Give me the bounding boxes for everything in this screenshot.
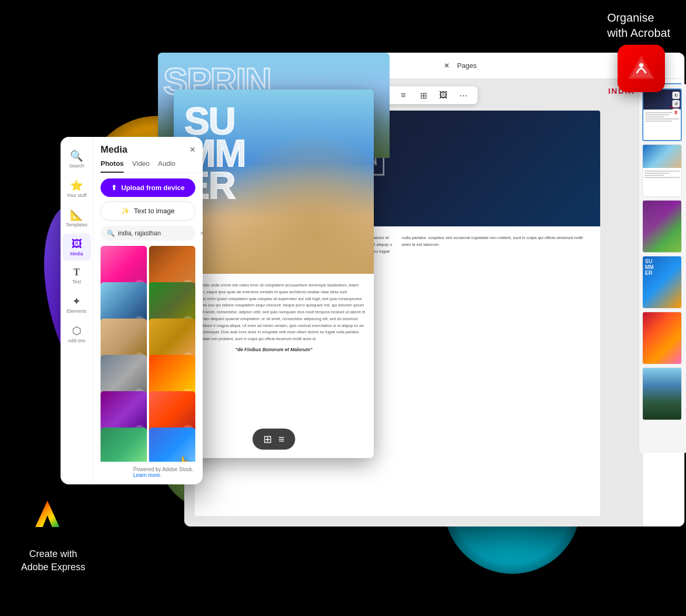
sidebar-item-templates[interactable]: 📐 Templates bbox=[63, 204, 91, 232]
thumb-rotate-ccw[interactable]: ↺ bbox=[672, 100, 680, 107]
rthumb-4[interactable]: SUMMER bbox=[642, 256, 682, 309]
sidebar-item-media[interactable]: 🖼 Media bbox=[63, 234, 91, 261]
media-header: Media × bbox=[93, 137, 203, 160]
sidebar-yourstuff-label: Your stuff bbox=[67, 193, 87, 198]
upload-icon: ⬆ bbox=[111, 184, 117, 192]
canvas-body-text: d ut perspiciatis unde omnis iste natus … bbox=[182, 282, 365, 343]
express-sidebar: 🔍 Search ⭐ Your stuff 📐 Templates 🖼 Medi… bbox=[61, 137, 93, 484]
tab-audio[interactable]: Audio bbox=[158, 160, 175, 173]
edit-more-icon[interactable]: ⋯ bbox=[458, 90, 469, 101]
sidebar-item-addons[interactable]: ⬡ Add-ons bbox=[63, 320, 91, 347]
acrobat-badge-text: Organise with Acrobat bbox=[607, 11, 670, 41]
thumb-1-actions: ↻ ↺ 🗑 bbox=[672, 92, 680, 116]
search-input[interactable] bbox=[118, 230, 197, 237]
canvas-icon-2[interactable]: ≡ bbox=[279, 433, 285, 445]
canvas-quote: "de Finibus Bonorum et Malorum" bbox=[182, 347, 365, 352]
sidebar-search-label: Search bbox=[69, 163, 84, 168]
express-badge: Create with Adobe Express bbox=[21, 489, 85, 574]
text-icon: T bbox=[73, 267, 79, 278]
powered-by-text: Powered by Adobe Stock. Learn more. bbox=[126, 462, 203, 482]
rthumb-1[interactable]: INDIA ↻ ↺ 🗑 bbox=[642, 88, 682, 141]
templates-icon: 📐 bbox=[70, 208, 83, 221]
learn-more-link[interactable]: Learn more. bbox=[133, 472, 162, 478]
adobe-express-label: Create with Adobe Express bbox=[21, 548, 85, 574]
text-to-image-icon: ✨ bbox=[121, 207, 130, 215]
canvas-area: SUMMER d ut perspiciatis unde omnis iste… bbox=[174, 90, 374, 458]
sidebar-media-label: Media bbox=[70, 251, 83, 256]
edit-format-icon[interactable]: ≡ bbox=[397, 90, 409, 101]
sidebar-item-text[interactable]: T Text bbox=[63, 263, 91, 289]
sidebar-item-elements[interactable]: ✦ Elements bbox=[63, 291, 91, 318]
thumb-delete[interactable]: 🗑 bbox=[672, 108, 680, 116]
acrobat-icon[interactable] bbox=[618, 45, 665, 92]
photo-grid: 🏵 🏵 🏵 🏵 🏵 🏵 🏵 🏵 bbox=[93, 246, 203, 462]
svg-point-0 bbox=[639, 63, 643, 67]
media-tabs: Photos Video Audio bbox=[93, 160, 203, 173]
media-title: Media bbox=[101, 144, 127, 155]
sidebar-templates-label: Templates bbox=[66, 222, 87, 227]
tab-video[interactable]: Video bbox=[132, 160, 150, 173]
photo-cell-12[interactable]: 👆 🏵 bbox=[149, 428, 195, 462]
edit-image-icon[interactable]: 🖼 bbox=[438, 90, 449, 101]
rthumb-6[interactable] bbox=[642, 367, 682, 420]
elements-icon: ✦ bbox=[72, 295, 81, 307]
rthumb-5[interactable] bbox=[642, 312, 682, 364]
right-thumb-strip: INDIA ↻ ↺ 🗑 bbox=[639, 84, 686, 453]
sidebar-text-label: Text bbox=[72, 279, 81, 284]
edit-table-icon[interactable]: ⊞ bbox=[417, 90, 429, 101]
sidebar-elements-label: Elements bbox=[67, 309, 87, 314]
express-panel: 🔍 Search ⭐ Your stuff 📐 Templates 🖼 Medi… bbox=[61, 137, 203, 484]
rthumb-2[interactable] bbox=[642, 144, 682, 197]
thumb-rotate-cw[interactable]: ↻ bbox=[672, 92, 680, 99]
summer-image: SUMMER bbox=[174, 90, 374, 274]
yourstuff-icon: ⭐ bbox=[70, 179, 83, 192]
rthumb-3[interactable] bbox=[642, 200, 682, 253]
search-icon: 🔍 bbox=[70, 150, 83, 162]
text-to-image-btn[interactable]: ✨ Text to image bbox=[101, 201, 195, 221]
tab-photos[interactable]: Photos bbox=[101, 160, 124, 173]
canvas-icon-1[interactable]: ⊞ bbox=[263, 433, 272, 445]
photo-cell-11[interactable]: 🏵 bbox=[101, 428, 147, 462]
search-clear-btn[interactable]: × bbox=[200, 230, 203, 237]
media-content: Media × Photos Video Audio ⬆ Upload from… bbox=[93, 137, 203, 484]
addons-icon: ⬡ bbox=[72, 324, 81, 337]
upload-from-device-btn[interactable]: ⬆ Upload from device bbox=[101, 178, 195, 197]
search-bar-icon: 🔍 bbox=[107, 230, 115, 237]
canvas-bottom-bar[interactable]: ⊞ ≡ bbox=[253, 429, 295, 450]
search-bar: 🔍 × bbox=[101, 226, 195, 241]
sidebar-item-search[interactable]: 🔍 Search bbox=[63, 145, 91, 173]
media-close-btn[interactable]: × bbox=[190, 144, 195, 155]
media-icon: 🖼 bbox=[72, 238, 82, 250]
sidebar-item-yourstuff[interactable]: ⭐ Your stuff bbox=[63, 175, 91, 202]
adobe-express-icon bbox=[21, 489, 74, 541]
acrobat-badge: Organise with Acrobat bbox=[607, 11, 670, 92]
sidebar-addons-label: Add-ons bbox=[68, 338, 86, 343]
